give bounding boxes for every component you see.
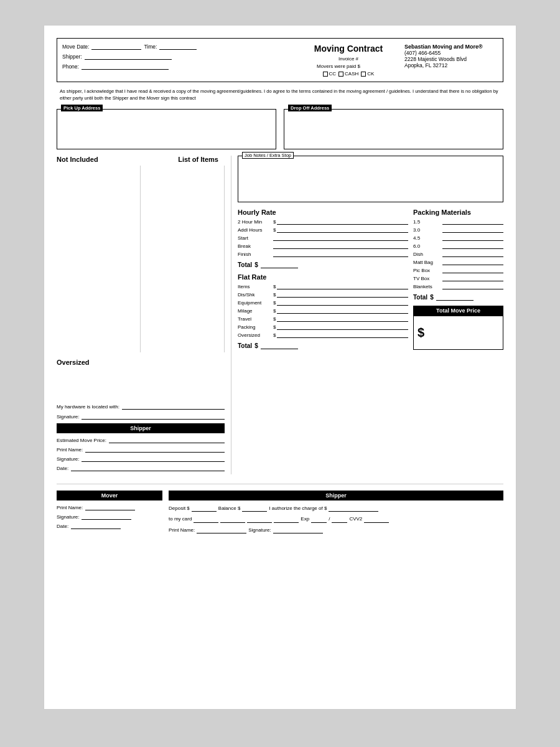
date-label: Date: xyxy=(57,466,68,471)
print-name-field: Print Name: xyxy=(57,446,225,453)
flat-travel-input[interactable] xyxy=(277,316,408,322)
dropoff-address-box[interactable]: Drop Off Address xyxy=(284,109,503,149)
mover-print-name-input[interactable] xyxy=(85,504,135,510)
two-hour-min-input[interactable] xyxy=(277,218,408,225)
flat-oversized-dollar: $ xyxy=(273,332,276,338)
cvv2-input[interactable] xyxy=(364,517,389,523)
pack-pic-box-label: Pic Box xyxy=(413,268,441,273)
authorize-amount-input[interactable] xyxy=(329,505,378,512)
pack-dish-label: Dish xyxy=(413,251,441,257)
mover-date-field: Date: xyxy=(57,523,162,529)
estimated-move-price-input[interactable] xyxy=(109,437,225,443)
flat-travel-dollar: $ xyxy=(273,316,276,322)
mover-column: Mover Print Name: Signature: Date: xyxy=(57,491,162,537)
flat-packing-input[interactable] xyxy=(277,324,408,330)
company-phone: (407) 466-6455 xyxy=(404,50,441,56)
flat-rate-title: Flat Rate xyxy=(238,273,408,281)
start-label: Start xyxy=(238,235,272,241)
flat-milage-input[interactable] xyxy=(277,308,408,314)
cash-checkbox-box[interactable] xyxy=(338,72,343,77)
signature2-label: Signature: xyxy=(57,456,79,462)
hourly-total-input[interactable] xyxy=(261,261,298,268)
ck-checkbox-box[interactable] xyxy=(361,72,366,77)
estimated-move-price-label: Estimated Move Price: xyxy=(57,438,106,443)
exp-label: Exp xyxy=(301,515,309,524)
print-name2-input[interactable] xyxy=(197,527,246,533)
card-input-2[interactable] xyxy=(220,517,245,523)
print-name-input[interactable] xyxy=(85,446,225,453)
start-input[interactable] xyxy=(273,235,408,241)
shipper-column: Shipper Deposit $ Balance $ I authorize … xyxy=(169,491,503,537)
cc-checkbox[interactable]: CC xyxy=(323,71,337,77)
packing-total-dollar: $ xyxy=(430,294,434,301)
flat-dis-shk-input[interactable] xyxy=(277,291,408,298)
mover-print-name-label: Print Name: xyxy=(57,505,83,510)
hourly-rate-section: Hourly Rate 2 Hour Min $ Addl Hours $ St… xyxy=(238,209,408,354)
pack-matt-bag-input[interactable] xyxy=(442,259,503,265)
mover-date-input[interactable] xyxy=(71,523,121,529)
pack-dish-input[interactable] xyxy=(442,251,503,257)
flat-total-input[interactable] xyxy=(261,342,298,349)
pack-1-5-input[interactable] xyxy=(442,218,503,225)
addl-hours-dollar: $ xyxy=(273,227,276,233)
flat-oversized-input[interactable] xyxy=(277,332,408,338)
print-name2-label: Print Name: xyxy=(169,526,195,535)
addl-hours-input[interactable] xyxy=(277,227,408,233)
card-input-1[interactable] xyxy=(194,517,218,523)
flat-oversized-label: Oversized xyxy=(238,332,272,338)
signature-input[interactable] xyxy=(82,413,225,420)
total-move-price-container: Total Move Price $ xyxy=(413,306,503,350)
mover-signature-label: Signature: xyxy=(57,514,79,520)
packing-total-row: Total $ xyxy=(413,293,503,301)
job-notes-box[interactable]: Job Notes / Extra Stop xyxy=(238,156,503,202)
hardware-label: My hardware is located with: xyxy=(57,404,119,410)
hardware-field: My hardware is located with: xyxy=(57,403,225,410)
pack-matt-bag: Matt Bag xyxy=(413,259,503,265)
time-input[interactable] xyxy=(159,44,197,50)
pickup-address-box[interactable]: Pick Up Address xyxy=(57,109,276,149)
phone-input[interactable] xyxy=(82,63,169,70)
deposit-input[interactable] xyxy=(192,505,217,512)
pack-4-5-input[interactable] xyxy=(442,235,503,241)
pack-tv-box-input[interactable] xyxy=(442,275,503,281)
not-included-header: Not Included xyxy=(57,156,138,163)
flat-packing-label: Packing xyxy=(238,324,272,330)
dropoff-label: Drop Off Address xyxy=(288,105,332,111)
card-input-4[interactable] xyxy=(274,517,299,523)
card-input-3[interactable] xyxy=(247,517,272,523)
packing-total-input[interactable] xyxy=(436,293,474,301)
cc-checkbox-box[interactable] xyxy=(323,72,328,77)
two-hour-min-field: 2 Hour Min $ xyxy=(238,218,408,225)
ck-checkbox[interactable]: CK xyxy=(361,71,374,77)
invoice-label: Invoice # xyxy=(338,56,358,62)
finish-input[interactable] xyxy=(273,251,408,257)
exp-year-input[interactable] xyxy=(332,517,347,523)
pickup-label: Pick Up Address xyxy=(61,105,103,111)
cash-checkbox[interactable]: CASH xyxy=(338,71,358,77)
shipper-input[interactable] xyxy=(85,54,172,60)
bottom-section: Mover Print Name: Signature: Date: Shipp… xyxy=(57,484,503,537)
pack-6-0-input[interactable] xyxy=(442,243,503,249)
exp-month-input[interactable] xyxy=(311,517,327,523)
move-date-input[interactable] xyxy=(91,44,141,50)
company-address: 2228 Majestic Woods Blvd xyxy=(404,56,467,62)
pack-blankets-input[interactable] xyxy=(442,283,503,289)
contract-title: Moving Contract xyxy=(299,44,398,54)
signature2-input[interactable] xyxy=(82,456,225,462)
flat-items-input[interactable] xyxy=(277,283,408,289)
two-hour-min-label: 2 Hour Min xyxy=(238,219,272,225)
mover-print-name-field: Print Name: xyxy=(57,504,162,510)
pack-pic-box-input[interactable] xyxy=(442,267,503,273)
pack-3-0-input[interactable] xyxy=(442,227,503,233)
break-input[interactable] xyxy=(273,243,408,249)
flat-equipment-label: Equipment xyxy=(238,300,272,306)
main-content: Not Included List of Items Oversized My … xyxy=(57,156,503,474)
signature2-input[interactable] xyxy=(273,527,323,533)
balance-input[interactable] xyxy=(242,505,267,512)
flat-equipment-input[interactable] xyxy=(277,299,408,306)
date-input[interactable] xyxy=(71,465,225,471)
total-move-price-box[interactable]: $ xyxy=(413,316,503,350)
header-center: Moving Contract Invoice # Movers were pa… xyxy=(299,44,398,77)
mover-signature-input[interactable] xyxy=(82,514,131,520)
hardware-input[interactable] xyxy=(122,403,225,410)
